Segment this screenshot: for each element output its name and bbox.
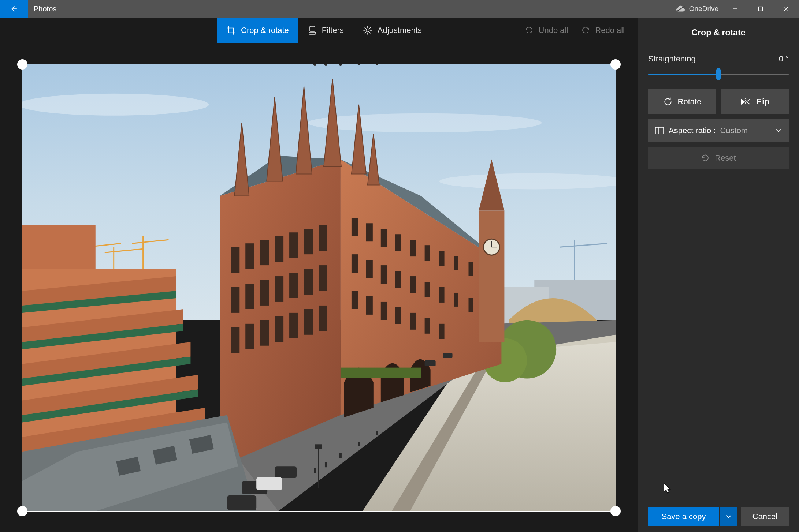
svg-rect-75 [352,218,358,236]
maximize-icon [758,6,763,12]
crop-handle-top-left[interactable] [17,59,27,70]
svg-rect-85 [366,260,373,278]
tab-crop-rotate[interactable]: Crop & rotate [217,18,298,43]
chevron-down-icon [725,513,732,520]
svg-rect-87 [395,271,401,288]
maximize-button[interactable] [748,0,773,18]
cancel-button[interactable]: Cancel [741,507,789,526]
grid-line [220,64,220,511]
onedrive-button[interactable]: OneDrive [672,0,722,18]
straightening-label: Straightening [648,54,696,64]
tab-adjustments-label: Adjustments [378,26,422,35]
svg-rect-66 [304,269,313,295]
svg-rect-80 [425,245,430,261]
editor-area: Crop & rotate Filters [0,18,638,532]
crop-handle-bottom-right[interactable] [610,506,621,516]
straightening-slider[interactable] [648,69,789,80]
window-controls [722,0,799,18]
svg-rect-56 [260,240,269,265]
undo-icon [525,26,534,35]
flip-button[interactable]: Flip [721,89,789,114]
svg-rect-69 [245,323,254,349]
svg-rect-94 [366,296,373,314]
crop-handle-bottom-left[interactable] [17,506,27,516]
cancel-label: Cancel [752,512,777,521]
svg-marker-136 [747,99,750,104]
svg-rect-91 [454,292,458,306]
undo-all-button[interactable]: Undo all [525,26,568,35]
close-button[interactable] [773,0,799,18]
svg-rect-78 [395,234,401,251]
aspect-ratio-label: Aspect ratio : [669,126,716,135]
svg-rect-7 [309,32,316,34]
crop-handle-top-right[interactable] [610,59,621,70]
svg-rect-121 [443,353,453,358]
svg-rect-58 [289,232,298,258]
back-button[interactable] [0,0,28,18]
titlebar: Photos OneDrive [0,0,799,18]
straightening-value: 0 ° [779,54,789,64]
svg-rect-49 [479,210,504,342]
svg-rect-84 [352,254,358,273]
aspect-ratio-value: Custom [720,126,748,135]
svg-rect-71 [275,316,283,342]
redo-label: Redo all [595,26,625,35]
reset-icon [701,154,710,162]
filters-icon [308,26,317,35]
svg-rect-92 [468,298,473,312]
svg-line-16 [369,27,370,28]
undo-redo-group: Undo all Redo all [525,18,638,43]
svg-rect-120 [425,360,436,366]
reset-button[interactable]: Reset [648,147,789,169]
svg-rect-79 [410,240,416,256]
save-copy-button[interactable]: Save a copy [648,507,719,526]
chevron-down-icon [775,127,782,134]
cloud-icon [676,5,685,12]
svg-rect-76 [366,223,373,241]
rotate-label: Rotate [678,97,702,106]
svg-rect-74 [319,305,327,331]
svg-rect-70 [260,320,269,345]
svg-point-19 [308,113,542,132]
svg-rect-63 [260,280,269,306]
aspect-ratio-button[interactable]: Aspect ratio : Custom [648,119,789,142]
tab-adjustments[interactable]: Adjustments [353,18,431,43]
svg-marker-135 [741,99,744,104]
svg-point-8 [366,29,369,32]
svg-rect-3 [759,7,763,11]
svg-rect-67 [319,265,327,291]
save-dropdown-button[interactable] [720,507,737,526]
svg-rect-96 [395,307,401,324]
onedrive-label: OneDrive [689,5,718,13]
svg-rect-57 [275,236,283,262]
svg-rect-88 [410,276,416,293]
photo-image [22,64,616,511]
svg-rect-54 [231,247,239,273]
svg-rect-61 [231,287,239,313]
svg-rect-77 [381,229,387,247]
slider-thumb[interactable] [716,68,721,80]
svg-rect-6 [310,26,315,31]
svg-rect-64 [275,276,283,302]
minimize-icon [732,6,738,12]
svg-rect-99 [439,323,445,339]
svg-rect-126 [325,462,327,467]
flip-icon [740,98,751,106]
rotate-button[interactable]: Rotate [648,89,716,114]
straightening-row: Straightening 0 ° [648,45,789,69]
aspect-ratio-icon [655,127,664,135]
tab-filters[interactable]: Filters [298,18,353,43]
panel-footer: Save a copy Cancel [648,501,789,532]
grid-line [22,362,616,362]
redo-all-button[interactable]: Redo all [581,26,625,35]
svg-rect-68 [231,327,239,353]
canvas[interactable] [0,43,638,532]
svg-rect-73 [304,309,313,334]
svg-rect-98 [425,318,430,333]
svg-rect-97 [410,312,416,329]
minimize-button[interactable] [722,0,748,18]
crop-box[interactable] [22,64,616,512]
svg-rect-60 [319,225,327,251]
close-icon [783,6,789,12]
adjustments-icon [363,26,372,35]
